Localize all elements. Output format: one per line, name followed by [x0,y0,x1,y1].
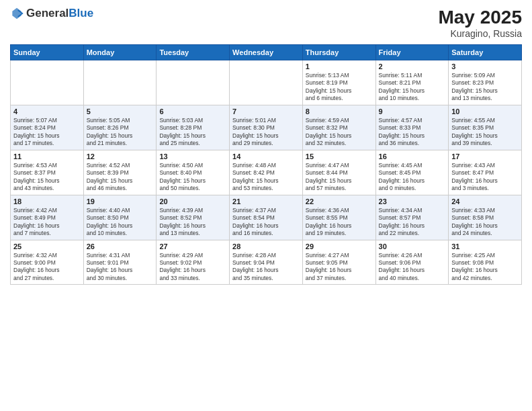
day-number: 20 [159,197,226,205]
col-friday: Friday [375,45,449,60]
day-info: Sunrise: 4:40 AMSunset: 8:50 PMDaylight:… [87,207,154,238]
day-info: Sunrise: 5:13 AMSunset: 8:19 PMDaylight:… [306,72,373,103]
table-row [83,60,157,105]
col-saturday: Saturday [449,45,522,60]
col-thursday: Thursday [302,45,375,60]
day-number: 13 [159,152,226,161]
table-row [230,60,303,105]
day-info: Sunrise: 4:52 AMSunset: 8:39 PMDaylight:… [87,162,154,193]
table-row: 21Sunrise: 4:37 AMSunset: 8:54 PMDayligh… [230,195,303,240]
day-info: Sunrise: 4:50 AMSunset: 8:40 PMDaylight:… [159,162,226,193]
day-number: 23 [379,197,446,205]
day-number: 27 [159,242,226,250]
logo-text: GeneralBlue [26,7,93,20]
table-row: 27Sunrise: 4:29 AMSunset: 9:02 PMDayligh… [157,240,230,285]
table-row: 19Sunrise: 4:40 AMSunset: 8:50 PMDayligh… [83,195,157,240]
day-info: Sunrise: 4:31 AMSunset: 9:01 PMDaylight:… [87,252,154,283]
day-number: 5 [87,107,154,116]
table-row [11,60,84,105]
table-row: 1Sunrise: 5:13 AMSunset: 8:19 PMDaylight… [302,60,375,105]
day-info: Sunrise: 5:03 AMSunset: 8:28 PMDaylight:… [159,117,226,148]
day-number: 14 [232,152,300,161]
day-number: 25 [13,242,81,250]
day-number: 24 [451,197,519,205]
table-row: 14Sunrise: 4:48 AMSunset: 8:42 PMDayligh… [230,150,303,195]
day-number: 28 [232,242,300,250]
day-number: 2 [379,62,446,71]
day-info: Sunrise: 4:26 AMSunset: 9:06 PMDaylight:… [379,252,446,283]
day-number: 29 [306,242,373,250]
day-info: Sunrise: 5:11 AMSunset: 8:21 PMDaylight:… [379,72,446,103]
location: Kuragino, Russia [438,28,522,39]
table-row: 15Sunrise: 4:47 AMSunset: 8:44 PMDayligh… [302,150,375,195]
day-info: Sunrise: 5:07 AMSunset: 8:24 PMDaylight:… [13,117,81,148]
day-number: 19 [87,197,154,205]
col-wednesday: Wednesday [230,45,303,60]
title-block: May 2025 Kuragino, Russia [438,7,522,39]
day-info: Sunrise: 4:57 AMSunset: 8:33 PMDaylight:… [379,117,446,148]
col-monday: Monday [83,45,157,60]
day-info: Sunrise: 4:43 AMSunset: 8:47 PMDaylight:… [451,162,519,193]
day-info: Sunrise: 4:37 AMSunset: 8:54 PMDaylight:… [232,207,300,238]
day-number: 9 [379,107,446,116]
table-row: 24Sunrise: 4:33 AMSunset: 8:58 PMDayligh… [449,195,522,240]
day-info: Sunrise: 5:05 AMSunset: 8:26 PMDaylight:… [87,117,154,148]
day-number: 22 [306,197,373,205]
table-row: 28Sunrise: 4:28 AMSunset: 9:04 PMDayligh… [230,240,303,285]
day-number: 1 [306,62,373,71]
table-row: 4Sunrise: 5:07 AMSunset: 8:24 PMDaylight… [11,105,84,150]
day-info: Sunrise: 4:59 AMSunset: 8:32 PMDaylight:… [306,117,373,148]
day-number: 3 [451,62,519,71]
logo-general: General [26,7,69,19]
calendar-week-row: 18Sunrise: 4:42 AMSunset: 8:49 PMDayligh… [11,195,522,240]
table-row: 11Sunrise: 4:53 AMSunset: 8:37 PMDayligh… [11,150,84,195]
calendar-week-row: 4Sunrise: 5:07 AMSunset: 8:24 PMDaylight… [11,105,522,150]
table-row [157,60,230,105]
calendar-week-row: 25Sunrise: 4:32 AMSunset: 9:00 PMDayligh… [11,240,522,285]
day-info: Sunrise: 4:27 AMSunset: 9:05 PMDaylight:… [306,252,373,283]
table-row: 18Sunrise: 4:42 AMSunset: 8:49 PMDayligh… [11,195,84,240]
day-info: Sunrise: 4:55 AMSunset: 8:35 PMDaylight:… [451,117,519,148]
day-info: Sunrise: 4:33 AMSunset: 8:58 PMDaylight:… [451,207,519,238]
calendar-week-row: 1Sunrise: 5:13 AMSunset: 8:19 PMDaylight… [11,60,522,105]
table-row: 8Sunrise: 4:59 AMSunset: 8:32 PMDaylight… [302,105,375,150]
day-info: Sunrise: 4:36 AMSunset: 8:55 PMDaylight:… [306,207,373,238]
day-info: Sunrise: 4:25 AMSunset: 9:08 PMDaylight:… [451,252,519,283]
table-row: 9Sunrise: 4:57 AMSunset: 8:33 PMDaylight… [375,105,449,150]
day-info: Sunrise: 4:34 AMSunset: 8:57 PMDaylight:… [379,207,446,238]
table-row: 29Sunrise: 4:27 AMSunset: 9:05 PMDayligh… [302,240,375,285]
day-number: 15 [306,152,373,161]
day-info: Sunrise: 4:29 AMSunset: 9:02 PMDaylight:… [159,252,226,283]
day-number: 31 [451,242,519,250]
month-year: May 2025 [438,7,522,28]
day-info: Sunrise: 5:09 AMSunset: 8:23 PMDaylight:… [451,72,519,103]
general-blue-icon [10,7,24,20]
table-row: 23Sunrise: 4:34 AMSunset: 8:57 PMDayligh… [375,195,449,240]
table-row: 7Sunrise: 5:01 AMSunset: 8:30 PMDaylight… [230,105,303,150]
calendar-header-row: Sunday Monday Tuesday Wednesday Thursday… [11,45,522,60]
day-number: 10 [451,107,519,116]
day-info: Sunrise: 4:39 AMSunset: 8:52 PMDaylight:… [159,207,226,238]
table-row: 12Sunrise: 4:52 AMSunset: 8:39 PMDayligh… [83,150,157,195]
table-row: 16Sunrise: 4:45 AMSunset: 8:45 PMDayligh… [375,150,449,195]
day-info: Sunrise: 4:42 AMSunset: 8:49 PMDaylight:… [13,207,81,238]
header: GeneralBlue May 2025 Kuragino, Russia [10,7,522,39]
day-info: Sunrise: 4:28 AMSunset: 9:04 PMDaylight:… [232,252,300,283]
table-row: 20Sunrise: 4:39 AMSunset: 8:52 PMDayligh… [157,195,230,240]
logo-blue: Blue [69,7,93,19]
day-number: 4 [13,107,81,116]
table-row: 6Sunrise: 5:03 AMSunset: 8:28 PMDaylight… [157,105,230,150]
table-row: 30Sunrise: 4:26 AMSunset: 9:06 PMDayligh… [375,240,449,285]
day-number: 7 [232,107,300,116]
day-number: 16 [379,152,446,161]
table-row: 31Sunrise: 4:25 AMSunset: 9:08 PMDayligh… [449,240,522,285]
calendar-week-row: 11Sunrise: 4:53 AMSunset: 8:37 PMDayligh… [11,150,522,195]
day-number: 26 [87,242,154,250]
day-number: 21 [232,197,300,205]
table-row: 5Sunrise: 5:05 AMSunset: 8:26 PMDaylight… [83,105,157,150]
table-row: 17Sunrise: 4:43 AMSunset: 8:47 PMDayligh… [449,150,522,195]
table-row: 22Sunrise: 4:36 AMSunset: 8:55 PMDayligh… [302,195,375,240]
table-row: 26Sunrise: 4:31 AMSunset: 9:01 PMDayligh… [83,240,157,285]
col-sunday: Sunday [11,45,84,60]
day-info: Sunrise: 4:32 AMSunset: 9:00 PMDaylight:… [13,252,81,283]
